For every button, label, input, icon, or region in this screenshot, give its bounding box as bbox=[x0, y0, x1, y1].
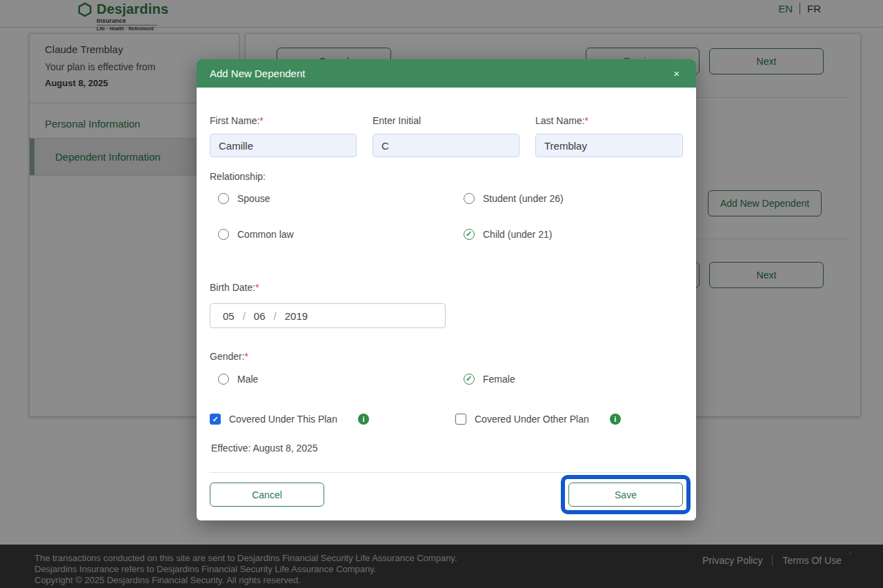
radio-common-law[interactable]: Common law bbox=[210, 228, 455, 240]
radio-spouse[interactable]: Spouse bbox=[210, 192, 455, 204]
birth-day: 05 bbox=[223, 310, 235, 322]
checkbox-unchecked-icon bbox=[455, 414, 466, 425]
last-name-label: Last Name:* bbox=[535, 115, 683, 128]
birth-date-input[interactable]: 05 / 06 / 2019 bbox=[210, 303, 446, 328]
radio-unchecked-icon bbox=[218, 229, 229, 240]
radio-child-under-21[interactable]: Child (under 21) bbox=[455, 228, 683, 240]
info-icon[interactable]: i bbox=[358, 414, 369, 425]
birth-date-label: Birth Date:* bbox=[210, 282, 683, 294]
coverage-options: Covered Under This Plan i Covered Under … bbox=[210, 413, 683, 425]
required-asterisk: * bbox=[585, 115, 588, 126]
modal-actions: Cancel Save bbox=[210, 483, 683, 507]
cancel-button[interactable]: Cancel bbox=[210, 483, 324, 507]
radio-checked-icon bbox=[464, 374, 475, 385]
modal-footer-divider bbox=[210, 472, 683, 473]
radio-label: Female bbox=[483, 374, 515, 385]
modal-title: Add New Dependent bbox=[210, 68, 305, 79]
radio-unchecked-icon bbox=[218, 193, 229, 204]
button-label: Save bbox=[615, 489, 637, 500]
button-label: Cancel bbox=[252, 489, 282, 500]
covered-under-other-plan-checkbox[interactable]: Covered Under Other Plan i bbox=[455, 413, 683, 425]
add-new-dependent-modal: Add New Dependent × First Name:* Enter I… bbox=[197, 59, 696, 520]
date-separator: / bbox=[243, 310, 246, 322]
radio-student-under-26[interactable]: Student (under 26) bbox=[455, 192, 683, 204]
info-icon[interactable]: i bbox=[610, 414, 621, 425]
birth-year: 2019 bbox=[285, 310, 308, 322]
first-name-label: First Name:* bbox=[210, 115, 357, 128]
relationship-label: Relationship: bbox=[210, 171, 683, 183]
checkbox-checked-icon bbox=[210, 414, 221, 425]
radio-unchecked-icon bbox=[218, 374, 229, 385]
initial-label: Enter Initial bbox=[373, 115, 519, 128]
checkbox-label: Covered Under Other Plan bbox=[475, 414, 589, 425]
gender-options: Male Female bbox=[210, 373, 683, 385]
radio-male[interactable]: Male bbox=[210, 373, 455, 385]
required-asterisk: * bbox=[245, 351, 248, 362]
initial-input[interactable] bbox=[373, 134, 519, 157]
close-icon[interactable]: × bbox=[673, 68, 679, 79]
last-name-input[interactable] bbox=[535, 134, 683, 157]
first-name-input[interactable] bbox=[210, 134, 357, 157]
birth-month: 06 bbox=[254, 310, 266, 322]
required-asterisk: * bbox=[259, 115, 263, 126]
radio-unchecked-icon bbox=[464, 193, 475, 204]
checkbox-label: Covered Under This Plan bbox=[229, 414, 337, 425]
gender-label: Gender:* bbox=[210, 351, 683, 363]
radio-label: Common law bbox=[237, 229, 294, 240]
radio-female[interactable]: Female bbox=[455, 373, 683, 385]
save-button[interactable]: Save bbox=[568, 483, 683, 507]
relationship-options: Spouse Student (under 26) Common law Chi… bbox=[210, 192, 683, 240]
modal-header: Add New Dependent × bbox=[197, 59, 696, 88]
modal-body: First Name:* Enter Initial Last Name:* R… bbox=[197, 115, 696, 521]
effective-date-text: Effective: August 8, 2025 bbox=[210, 443, 683, 454]
radio-label: Male bbox=[237, 374, 258, 385]
radio-checked-icon bbox=[464, 229, 475, 240]
required-asterisk: * bbox=[255, 282, 259, 293]
date-separator: / bbox=[274, 310, 277, 322]
covered-under-this-plan-checkbox[interactable]: Covered Under This Plan i bbox=[210, 413, 455, 425]
radio-label: Spouse bbox=[237, 193, 270, 204]
radio-label: Child (under 21) bbox=[483, 229, 552, 240]
radio-label: Student (under 26) bbox=[483, 193, 564, 204]
save-highlight-ring: Save bbox=[561, 475, 691, 514]
